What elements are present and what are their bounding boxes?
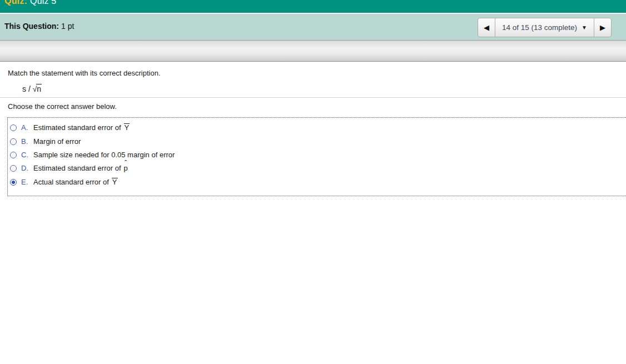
- question-points-value: 1 pt: [61, 22, 74, 31]
- option-text: Estimated standard error of: [33, 123, 121, 132]
- math-expression: s / √n: [0, 77, 626, 97]
- math-symbol-overline: Y: [124, 123, 130, 132]
- answer-option-b[interactable]: B.Margin of error: [10, 137, 626, 146]
- radio-button[interactable]: [10, 165, 17, 172]
- quiz-title-bar: Quiz:Quiz 5: [0, 0, 626, 13]
- option-text: Estimated standard error of: [33, 164, 121, 172]
- left-arrow-icon: ◀: [484, 24, 489, 31]
- option-text: Margin of error: [33, 137, 81, 146]
- question-points: This Question:1 pt: [4, 22, 74, 31]
- math-symbol-overline: Y: [112, 178, 118, 186]
- option-letter: D.: [21, 164, 33, 172]
- next-question-button[interactable]: ▶: [594, 18, 612, 37]
- question-position-text: 14 of 15 (13 complete): [502, 23, 577, 32]
- question-info-bar: This Question:1 pt ◀ 14 of 15 (13 comple…: [0, 13, 626, 41]
- radicand: n: [36, 84, 42, 93]
- quiz-label: Quiz:: [4, 0, 27, 6]
- option-letter: C.: [21, 151, 33, 159]
- hat-mark: ˆ: [125, 159, 127, 167]
- answer-option-d[interactable]: D.Estimated standard error ofpˆ: [10, 164, 626, 172]
- option-letter: B.: [21, 137, 33, 146]
- choose-answer-label: Choose the correct answer below.: [0, 98, 626, 111]
- option-letter: E.: [21, 178, 33, 186]
- question-prompt: Match the statement with its correct des…: [0, 62, 626, 77]
- question-points-label: This Question:: [4, 22, 59, 31]
- previous-question-button[interactable]: ◀: [478, 18, 495, 37]
- radio-button[interactable]: [10, 138, 17, 145]
- right-arrow-icon: ▶: [600, 24, 605, 31]
- question-content: Match the statement with its correct des…: [0, 62, 626, 196]
- math-symbol-hat: pˆ: [124, 164, 128, 172]
- radio-button-selected[interactable]: [10, 179, 17, 186]
- answer-option-c[interactable]: C.Sample size needed for 0.05 margin of …: [10, 151, 626, 159]
- answer-option-a[interactable]: A.Estimated standard error ofY: [10, 123, 626, 132]
- radio-dot: [12, 181, 15, 184]
- chevron-down-icon: ▼: [582, 25, 587, 31]
- answer-options: A.Estimated standard error ofYB.Margin o…: [7, 117, 626, 196]
- option-text: Sample size needed for 0.05 margin of er…: [33, 151, 175, 159]
- question-position-dropdown[interactable]: 14 of 15 (13 complete) ▼: [495, 18, 594, 37]
- toolbar-band: [0, 41, 626, 62]
- radio-button[interactable]: [10, 152, 17, 158]
- option-letter: A.: [21, 123, 33, 132]
- option-text: Actual standard error of: [33, 178, 109, 186]
- answer-option-e[interactable]: E.Actual standard error ofY: [10, 178, 626, 186]
- question-navigation: ◀ 14 of 15 (13 complete) ▼ ▶: [478, 18, 612, 37]
- radio-button[interactable]: [10, 124, 17, 131]
- quiz-name: Quiz 5: [30, 0, 56, 6]
- expression-prefix: s /: [22, 84, 33, 93]
- quiz-title: Quiz:Quiz 5: [4, 0, 56, 6]
